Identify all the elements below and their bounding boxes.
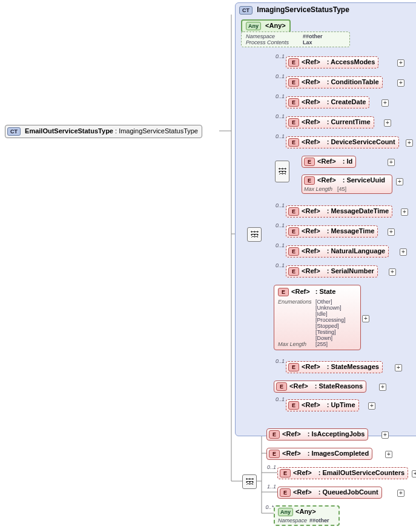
ref-natural-language[interactable]: E<Ref> : NaturalLanguage [286, 245, 389, 258]
element-badge-icon: E [278, 288, 289, 296]
ref-up-time[interactable]: E<Ref> : UpTime [286, 399, 359, 411]
expand-icon[interactable]: + [406, 139, 413, 147]
expand-icon[interactable]: + [401, 208, 408, 216]
ct-badge-icon: CT [7, 127, 21, 136]
element-badge-icon: E [288, 207, 299, 216]
expand-icon[interactable]: + [396, 178, 403, 185]
expand-icon[interactable]: + [397, 79, 404, 87]
cardinality-label: 0..1 [259, 464, 276, 470]
expand-icon[interactable]: + [397, 59, 404, 67]
cardinality-label: 0..1 [268, 53, 285, 59]
cardinality-label: 0..1 [268, 358, 285, 364]
choice-compositor-icon[interactable] [275, 161, 289, 182]
cardinality-label: 0..1 [268, 222, 285, 228]
root-complex-type[interactable]: CT EmailOutServiceStatusType : ImagingSe… [5, 125, 202, 138]
expand-icon[interactable]: + [362, 315, 369, 322]
element-badge-icon: E [288, 78, 299, 87]
expand-icon[interactable]: + [389, 268, 396, 276]
any-wildcard[interactable]: Any <Any> [241, 19, 291, 33]
element-badge-icon: E [288, 138, 299, 147]
expand-icon[interactable]: + [381, 99, 389, 107]
ref-service-uuid[interactable]: E<Ref> : ServiceUuid Max Length[45] [302, 175, 392, 194]
expand-icon[interactable]: + [384, 119, 391, 127]
ref-message-time[interactable]: E<Ref> : MessageTime [286, 225, 378, 238]
expand-icon[interactable]: + [381, 431, 389, 439]
cardinality-label: 0..1 [268, 396, 285, 402]
ref-message-date-time[interactable]: E<Ref> : MessageDateTime [286, 205, 392, 218]
ref-device-service-count[interactable]: E<Ref> : DeviceServiceCount [286, 136, 399, 148]
element-badge-icon: E [269, 430, 280, 439]
ref-is-accepting-jobs[interactable]: E<Ref> : IsAcceptingJobs [266, 428, 368, 441]
cardinality-label: 0..1 [268, 93, 285, 99]
cardinality-label: 0..1 [268, 133, 285, 139]
cardinality-label: 0..1 [268, 73, 285, 79]
expand-icon[interactable]: + [412, 470, 416, 477]
element-badge-icon: E [288, 247, 299, 256]
expand-icon[interactable]: + [397, 490, 404, 497]
element-badge-icon: E [288, 401, 299, 410]
element-badge-icon: E [269, 450, 280, 458]
element-badge-icon: E [304, 176, 315, 185]
element-badge-icon: E [288, 118, 299, 127]
cardinality-label: 0..1 [268, 242, 285, 248]
ref-state[interactable]: E<Ref> : State Enumerations[Other] [Unkn… [274, 285, 361, 350]
sequence-compositor-icon[interactable] [242, 474, 257, 489]
element-badge-icon: E [288, 363, 299, 371]
ref-access-modes[interactable]: E<Ref> : AccessModes [286, 56, 378, 68]
ref-email-out-service-counters[interactable]: E<Ref> : EmailOutServiceCounters [277, 467, 408, 479]
ref-queued-job-count[interactable]: E<Ref> : QueuedJobCount [277, 487, 382, 499]
expand-icon[interactable]: + [388, 228, 395, 236]
element-badge-icon: E [280, 488, 291, 497]
element-badge-icon: E [276, 382, 287, 391]
ref-state-reasons[interactable]: E<Ref> : StateReasons [274, 381, 366, 393]
cardinality-label: 1..1 [259, 484, 276, 490]
any-badge-icon: Any [278, 508, 293, 516]
element-badge-icon: E [304, 158, 315, 166]
ref-serial-number[interactable]: E<Ref> : SerialNumber [286, 265, 378, 278]
expand-icon[interactable]: + [400, 248, 407, 256]
cardinality-label: 0..* [257, 504, 274, 510]
ref-state-messages[interactable]: E<Ref> : StateMessages [286, 361, 383, 373]
ref-condition-table[interactable]: E<Ref> : ConditionTable [286, 76, 383, 88]
expand-icon[interactable]: + [395, 364, 402, 371]
ct-badge-icon: CT [239, 6, 253, 15]
element-badge-icon: E [288, 58, 299, 67]
expand-icon[interactable]: + [368, 402, 375, 410]
sequence-compositor-icon[interactable] [247, 227, 262, 242]
any-wildcard-bottom[interactable]: Any<Any> Namespace##other [274, 505, 340, 526]
cardinality-label: 0..1 [268, 202, 285, 208]
ref-current-time[interactable]: E<Ref> : CurrentTime [286, 116, 374, 128]
element-badge-icon: E [288, 267, 299, 276]
expand-icon[interactable]: + [388, 159, 395, 166]
element-badge-icon: E [288, 98, 299, 107]
cardinality-label: 0..1 [268, 113, 285, 119]
any-badge-icon: Any [246, 22, 261, 30]
element-badge-icon: E [288, 227, 299, 236]
ref-id[interactable]: E<Ref> : Id [302, 156, 356, 168]
any-facets: Namespace##other Process ContentsLax [241, 32, 350, 47]
element-badge-icon: E [280, 469, 291, 477]
ref-images-completed[interactable]: E<Ref> : ImagesCompleted [266, 448, 372, 460]
ref-create-date[interactable]: E<Ref> : CreateDate [286, 96, 369, 108]
cardinality-label: 0..1 [268, 262, 285, 268]
expand-icon[interactable]: + [385, 451, 392, 458]
expand-icon[interactable]: + [379, 384, 386, 391]
